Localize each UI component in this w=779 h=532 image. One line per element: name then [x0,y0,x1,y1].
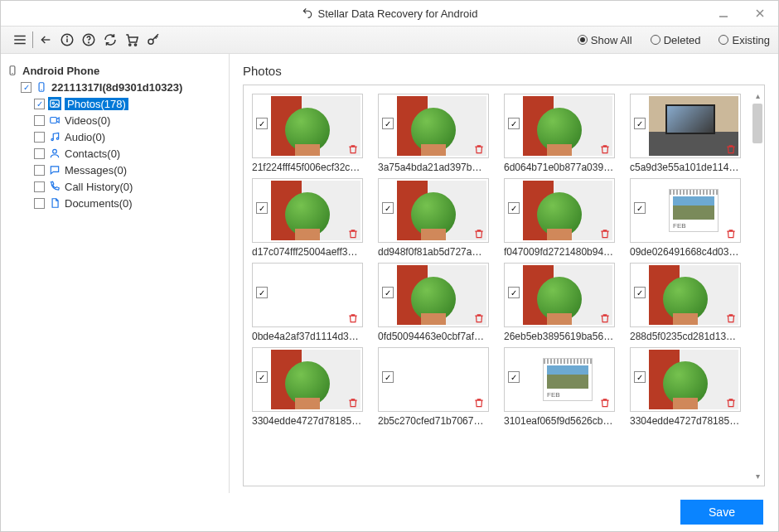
photo-thumbnail[interactable]: FEB✓ [504,347,615,412]
photo-cell[interactable]: ✓2b5c270cfed71b7067… [378,347,499,427]
photo-thumbnail[interactable]: ✓ [378,263,489,327]
trash-icon [725,228,737,239]
svg-point-14 [148,39,153,44]
photo-cell[interactable]: ✓3304edde4727d78185… [252,347,373,427]
photo-select-checkbox[interactable]: ✓ [508,118,520,129]
sidebar-item-videos[interactable]: Videos(0) [6,112,224,128]
refresh-icon[interactable] [99,29,121,51]
photo-thumbnail[interactable]: ✓ [630,94,741,158]
photo-thumbnail[interactable]: ✓ [252,263,363,327]
sidebar-item-callhist[interactable]: Call History(0) [6,178,224,195]
scroll-up-icon[interactable]: ▴ [752,90,762,100]
photo-cell[interactable]: ✓0bde4a2af37d1114d3… [252,263,373,342]
photo-select-checkbox[interactable]: ✓ [256,371,268,383]
filter-show-all[interactable]: Show All [578,34,632,46]
photo-cell[interactable]: FEB✓3101eaf065f9d5626cb… [504,347,625,427]
photo-thumbnail[interactable]: ✓ [504,94,615,158]
photo-thumbnail[interactable]: ✓ [252,347,363,412]
photo-thumbnail[interactable]: ✓ [378,347,489,412]
photo-select-checkbox[interactable]: ✓ [256,287,268,298]
sidebar-item-messages[interactable]: Messages(0) [6,162,224,178]
photo-thumbnail[interactable]: ✓ [630,347,741,412]
sidebar-item-contacts[interactable]: Contacts(0) [6,145,224,162]
photo-thumbnail[interactable]: ✓ [252,94,363,158]
photo-select-checkbox[interactable]: ✓ [508,202,520,214]
photo-cell[interactable]: ✓288d5f0235cd281d13… [630,263,751,342]
key-icon[interactable] [143,29,164,51]
trash-icon [725,143,737,155]
back-icon[interactable] [35,29,56,51]
scroll-thumb[interactable] [752,104,762,143]
undo-icon [302,7,313,21]
window-minimize-button[interactable] [705,1,742,26]
photo-cell[interactable]: ✓21f224fff45f006ecf32c… [252,94,373,173]
checkbox-icon[interactable]: ✓ [34,99,45,109]
sidebar-item-photos[interactable]: ✓Photos(178) [6,95,224,112]
tree-device[interactable]: ✓ 22111317I(8d9301d10323) [6,79,224,95]
photo-thumbnail[interactable]: ✓ [378,94,489,158]
photo-cell[interactable]: ✓26eb5eb3895619ba56… [504,263,625,342]
photo-cell[interactable]: ✓f047009fd2721480b94… [504,178,625,258]
photo-thumbnail[interactable]: ✓ [630,263,741,327]
save-button[interactable]: Save [680,500,763,525]
filter-existing[interactable]: Existing [719,34,770,46]
tree-root[interactable]: Android Phone [6,62,224,79]
photo-select-checkbox[interactable]: ✓ [634,287,646,298]
checkbox-icon[interactable] [34,115,45,126]
checkbox-icon[interactable] [34,198,45,209]
photo-select-checkbox[interactable]: ✓ [382,202,394,214]
photo-thumbnail[interactable]: ✓ [378,178,489,243]
vertical-scrollbar[interactable]: ▴ ▾ [752,90,762,481]
svg-rect-21 [51,118,57,123]
photo-select-checkbox[interactable]: ✓ [508,287,520,298]
filter-radio-group: Show All Deleted Existing [578,34,770,46]
sidebar-item-audio[interactable]: Audio(0) [6,128,224,145]
tree-root-label: Android Phone [22,65,99,77]
photo-thumbnail[interactable]: ✓ [504,263,615,327]
svg-point-11 [89,42,90,43]
trash-icon [473,397,485,409]
photo-select-checkbox[interactable]: ✓ [508,371,520,383]
checkbox-icon[interactable]: ✓ [21,82,31,93]
checkbox-icon[interactable] [34,181,45,192]
trash-icon [599,312,611,324]
sidebar-item-docs[interactable]: Documents(0) [6,195,224,211]
window-close-button[interactable] [742,1,778,26]
toolbar-separator [32,31,33,48]
menu-icon[interactable] [9,29,31,51]
checkbox-icon[interactable] [34,165,45,176]
sidebar-item-label: Call History(0) [65,181,133,193]
svg-point-22 [51,138,53,140]
photos-icon [48,97,61,110]
photo-cell[interactable]: ✓c5a9d3e55a101de114… [630,94,751,173]
help-icon[interactable] [78,29,99,51]
photo-select-checkbox[interactable]: ✓ [634,118,646,129]
photo-cell[interactable]: ✓d17c074fff25004aeff3… [252,178,373,258]
messages-icon [48,163,61,177]
photo-select-checkbox[interactable]: ✓ [256,202,268,214]
checkbox-icon[interactable] [34,148,45,159]
photo-select-checkbox[interactable]: ✓ [382,371,394,383]
photo-thumbnail[interactable]: FEB✓ [630,178,741,243]
checkbox-icon[interactable] [34,132,45,143]
photo-select-checkbox[interactable]: ✓ [256,118,268,129]
photo-cell[interactable]: FEB✓09de026491668c4d03… [630,178,751,258]
filter-deleted[interactable]: Deleted [651,34,701,46]
photo-thumbnail[interactable]: ✓ [252,178,363,243]
scroll-down-icon[interactable]: ▾ [752,471,762,481]
info-icon[interactable] [56,29,78,51]
photo-select-checkbox[interactable]: ✓ [634,202,646,214]
photo-filename: dd948f0f81ab5d727a… [378,246,494,258]
photo-cell[interactable]: ✓3304edde4727d78185… [630,347,751,427]
photo-cell[interactable]: ✓6d064b71e0b877a039… [504,94,625,173]
photo-select-checkbox[interactable]: ✓ [382,287,394,298]
photo-cell[interactable]: ✓3a75a4bda21ad397b… [378,94,499,173]
photo-cell[interactable]: ✓0fd50094463e0cbf7af… [378,263,499,342]
photo-thumbnail[interactable]: ✓ [504,178,615,243]
photo-select-checkbox[interactable]: ✓ [382,118,394,129]
photo-select-checkbox[interactable]: ✓ [634,371,646,383]
photo-cell[interactable]: ✓dd948f0f81ab5d727a… [378,178,499,258]
sidebar-item-label: Contacts(0) [65,148,120,160]
window-titlebar: Stellar Data Recovery for Android [1,1,778,26]
cart-icon[interactable] [121,29,143,51]
